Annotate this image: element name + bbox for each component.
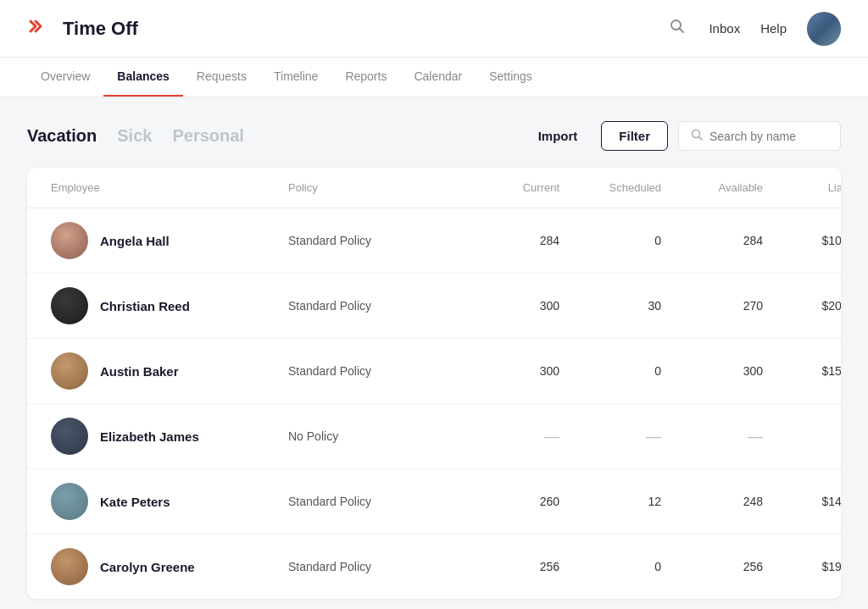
employee-cell: Elizabeth James — [51, 418, 288, 455]
sub-tab-sick[interactable]: Sick — [117, 126, 152, 146]
table-row[interactable]: Carolyn Greene Standard Policy 256 0 256… — [27, 534, 841, 599]
avatar — [51, 287, 88, 324]
available-cell: 256 — [661, 560, 763, 573]
table-row[interactable]: Angela Hall Standard Policy 284 0 284 $1… — [27, 208, 841, 274]
employee-name: Austin Baker — [100, 364, 179, 379]
help-link[interactable]: Help — [760, 21, 787, 36]
liability-cell: $14,595 — [763, 495, 841, 508]
tab-reports[interactable]: Reports — [331, 58, 400, 97]
col-liability: Liability — [763, 181, 841, 194]
inbox-link[interactable]: Inbox — [709, 21, 740, 36]
app-header: Time Off Inbox Help — [0, 0, 868, 58]
tab-overview[interactable]: Overview — [27, 58, 103, 97]
available-cell: 270 — [661, 299, 763, 313]
avatar — [51, 222, 88, 259]
liability-cell: $20,700 — [763, 299, 841, 313]
policy-cell: No Policy — [288, 429, 458, 443]
current-cell: 300 — [458, 364, 559, 378]
app-title: Time Off — [63, 18, 138, 40]
filter-button[interactable]: Filter — [601, 121, 668, 151]
table-header: Employee Policy Current Scheduled Availa… — [27, 168, 841, 208]
available-cell: 248 — [661, 495, 763, 508]
balances-table: Employee Policy Current Scheduled Availa… — [27, 168, 841, 599]
available-cell: 300 — [661, 364, 763, 378]
scheduled-cell: 30 — [559, 299, 661, 313]
tab-requests[interactable]: Requests — [183, 58, 260, 97]
employee-name: Elizabeth James — [100, 429, 199, 444]
table-row[interactable]: Elizabeth James No Policy — — — — — [27, 404, 841, 469]
liability-cell: $19,760 — [763, 560, 841, 573]
policy-cell: Standard Policy — [288, 364, 458, 378]
available-cell: 284 — [661, 234, 763, 247]
logo-area: Time Off — [27, 13, 666, 44]
avatar — [51, 352, 88, 390]
employee-cell: Angela Hall — [51, 222, 288, 259]
employee-name: Christian Reed — [100, 299, 190, 313]
sub-tabs: Vacation Sick Personal — [27, 126, 525, 146]
avatar — [51, 483, 88, 520]
svg-line-1 — [680, 29, 684, 33]
employee-name: Carolyn Greene — [100, 560, 195, 574]
avatar — [51, 548, 88, 585]
employee-name: Kate Peters — [100, 495, 170, 509]
tab-balances[interactable]: Balances — [103, 58, 182, 97]
employee-name: Angela Hall — [100, 234, 170, 248]
table-row[interactable]: Christian Reed Standard Policy 300 30 27… — [27, 274, 841, 339]
current-cell: 256 — [458, 560, 559, 573]
employee-cell: Carolyn Greene — [51, 548, 288, 585]
current-cell: — — [458, 428, 559, 446]
liability-cell: — — [763, 428, 841, 446]
current-cell: 260 — [458, 495, 559, 508]
scheduled-cell: 0 — [559, 560, 661, 573]
liability-cell: $15,765 — [763, 364, 841, 378]
col-employee: Employee — [51, 181, 288, 194]
sub-tab-personal[interactable]: Personal — [172, 126, 243, 146]
sub-header: Vacation Sick Personal Import Filter — [27, 121, 841, 151]
policy-cell: Standard Policy — [288, 234, 458, 247]
table-row[interactable]: Kate Peters Standard Policy 260 12 248 $… — [27, 469, 841, 534]
col-available: Available — [661, 181, 763, 194]
header-right: Inbox Help — [666, 12, 841, 46]
user-avatar[interactable] — [807, 12, 841, 46]
col-current: Current — [458, 181, 559, 194]
tab-timeline[interactable]: Timeline — [260, 58, 331, 97]
main-nav: Overview Balances Requests Timeline Repo… — [0, 58, 868, 97]
actions-bar: Import Filter — [525, 121, 841, 151]
search-box — [678, 121, 841, 151]
employee-cell: Kate Peters — [51, 483, 288, 520]
scheduled-cell: 12 — [559, 495, 661, 508]
policy-cell: Standard Policy — [288, 560, 458, 573]
table-row[interactable]: Austin Baker Standard Policy 300 0 300 $… — [27, 339, 841, 404]
policy-cell: Standard Policy — [288, 495, 458, 508]
liability-cell: $10,241 — [763, 234, 841, 247]
employee-cell: Christian Reed — [51, 287, 288, 324]
scheduled-cell: 0 — [559, 234, 661, 247]
tab-calendar[interactable]: Calendar — [400, 58, 476, 97]
current-cell: 300 — [458, 299, 559, 313]
main-content: Vacation Sick Personal Import Filter Emp… — [0, 97, 868, 609]
available-cell: — — [661, 428, 763, 446]
scheduled-cell: 0 — [559, 364, 661, 378]
policy-cell: Standard Policy — [288, 299, 458, 313]
header-search-button[interactable] — [666, 15, 688, 42]
logo-icon — [27, 13, 54, 44]
sub-tab-vacation[interactable]: Vacation — [27, 126, 97, 146]
svg-line-3 — [699, 137, 703, 141]
employee-cell: Austin Baker — [51, 352, 288, 390]
current-cell: 284 — [458, 234, 559, 247]
import-button[interactable]: Import — [525, 122, 592, 150]
col-policy: Policy — [288, 181, 458, 194]
avatar — [51, 418, 88, 455]
scheduled-cell: — — [559, 428, 661, 446]
search-icon — [691, 129, 703, 143]
tab-settings[interactable]: Settings — [476, 58, 546, 97]
search-input[interactable] — [709, 130, 828, 143]
col-scheduled: Scheduled — [559, 181, 661, 194]
